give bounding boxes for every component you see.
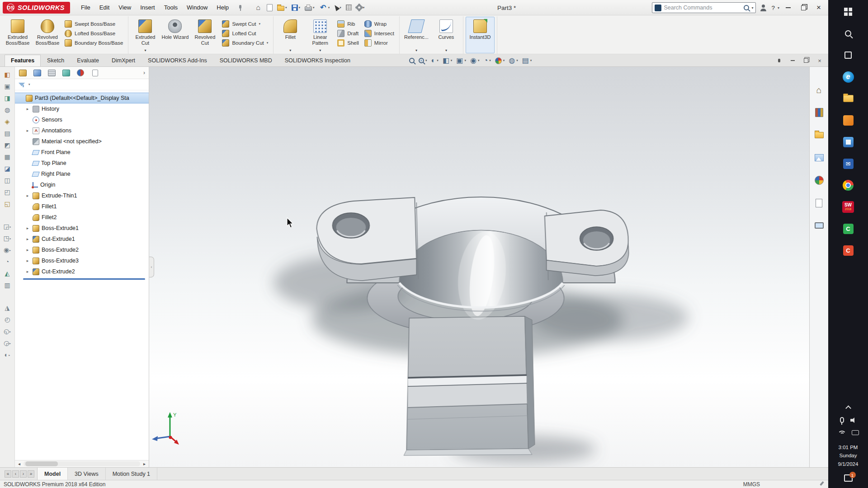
ribbon-instant3d[interactable]: Instant3D <box>466 17 495 53</box>
rollback-bar[interactable] <box>23 278 145 280</box>
left-tool-button-23[interactable]: ◐▸ <box>1 350 14 360</box>
tab-solidworks-mbd[interactable]: SOLIDWORKS MBD <box>213 55 278 66</box>
ribbon-lofted-boss-base[interactable]: Lofted Boss/Base <box>63 29 126 38</box>
tree-item-boss-extrude3[interactable]: ▸Boss-Extrude3 <box>15 255 149 266</box>
expand-arrow-icon[interactable]: ▸ <box>25 107 30 111</box>
left-tool-button-5[interactable]: ◈ <box>1 117 14 127</box>
taskpane-home-button[interactable]: ⌂ <box>812 84 826 96</box>
propertymanager-tab[interactable] <box>31 68 43 78</box>
left-tool-button-20[interactable]: ◴ <box>1 314 14 324</box>
ribbon-mirror[interactable]: Mirror <box>363 39 397 47</box>
configurationmanager-tab[interactable] <box>46 68 57 78</box>
left-tool-button-13[interactable]: ◲▸ <box>1 221 14 231</box>
left-tool-button-22[interactable]: ◶▸ <box>1 338 14 348</box>
doc-nav-button-1[interactable]: « <box>5 470 11 478</box>
ribbon-rib[interactable]: Rib <box>335 20 362 28</box>
ribbon-boundary-boss-base[interactable]: Boundary Boss/Base <box>63 39 126 47</box>
graphics-viewport[interactable]: Y Z X ‹ <box>149 67 809 467</box>
app-icon-red[interactable]: C <box>838 242 858 258</box>
ribbon-hole-wizard[interactable]: Hole Wizard <box>160 17 189 53</box>
tree-item-extrude-thin1[interactable]: ▸Extrude-Thin1 <box>15 190 149 201</box>
featuremanager-tab[interactable] <box>17 68 28 78</box>
dimxpertmanager-tab[interactable] <box>60 68 72 78</box>
edit-appearance-button[interactable]: ▾ <box>495 57 505 64</box>
panel-expand-icon[interactable]: › <box>142 70 147 76</box>
minimize-button[interactable] <box>781 2 795 13</box>
help-dropdown-icon[interactable]: ▾ <box>778 6 779 10</box>
model-3d[interactable]: Y Z X <box>149 67 809 467</box>
left-tool-button-21[interactable]: ◵▸ <box>1 326 14 336</box>
previous-view-button[interactable]: ◐▾ <box>431 57 439 64</box>
left-tool-button-14[interactable]: ◳▸ <box>1 233 14 243</box>
scrollbar-track[interactable] <box>24 461 140 466</box>
search-commands-box[interactable]: ▾ <box>652 2 756 13</box>
taskbar-search-button[interactable] <box>838 25 858 42</box>
ribbon-curves[interactable]: Curves▾ <box>432 17 461 53</box>
ribbon-referenc[interactable]: Referenc...▾ <box>402 17 431 53</box>
ribbon-extruded-cut[interactable]: Extruded Cut▾ <box>131 17 160 53</box>
left-tool-button-15[interactable]: ◉▸ <box>1 245 14 255</box>
network-icon[interactable] <box>837 430 845 436</box>
chrome-icon[interactable] <box>838 177 858 193</box>
restore-doc-icon[interactable] <box>802 56 810 65</box>
doc-nav-button-2[interactable]: ‹ <box>12 470 19 478</box>
tab-features[interactable]: Features <box>5 55 41 66</box>
ribbon-swept-boss-base[interactable]: Swept Boss/Base <box>63 20 126 28</box>
menu-insert[interactable]: Insert <box>136 1 160 14</box>
expand-arrow-icon[interactable]: ▸ <box>25 193 30 198</box>
units-selector[interactable]: MMGS <box>743 481 760 488</box>
tree-item-origin[interactable]: Origin <box>15 179 149 190</box>
solidworks-resources-button[interactable] <box>812 220 826 231</box>
display-style-button[interactable]: ◉▾ <box>470 57 479 64</box>
left-tool-button-4[interactable]: ◍ <box>1 105 14 115</box>
apply-scene-button[interactable]: ◍▾ <box>509 57 518 64</box>
menu-tools[interactable]: Tools <box>160 1 182 14</box>
start-button[interactable] <box>838 4 858 20</box>
left-tool-button-9[interactable]: ◪ <box>1 164 14 174</box>
expand-arrow-icon[interactable]: ▸ <box>25 128 30 133</box>
ribbon-extruded-boss-base[interactable]: Extruded Boss/Base <box>3 17 32 53</box>
left-tool-button-6[interactable]: ▤ <box>1 128 14 138</box>
speaker-icon[interactable] <box>850 417 857 423</box>
expand-arrow-icon[interactable]: ▸ <box>25 269 30 274</box>
photos-app-icon[interactable] <box>838 112 858 128</box>
menu-file[interactable]: File <box>76 1 95 14</box>
ribbon-revolved-boss-base[interactable]: Revolved Boss/Base <box>33 17 62 53</box>
menu-view[interactable]: View <box>114 1 136 14</box>
open-button[interactable]: ▾ <box>275 3 289 12</box>
zoom-fit-button[interactable] <box>409 58 415 63</box>
restore-button[interactable] <box>797 2 810 13</box>
expand-arrow-icon[interactable]: ▸ <box>25 226 30 230</box>
close-button[interactable]: × <box>812 2 826 13</box>
view-orientation-button[interactable]: ▣▾ <box>456 57 466 64</box>
cam-manager-tab[interactable] <box>89 68 101 78</box>
filter-dropdown-icon[interactable]: ▾ <box>28 83 30 86</box>
tree-item-annotations[interactable]: ▸Annotations <box>15 125 149 136</box>
tree-item-top-plane[interactable]: Top Plane <box>15 158 149 169</box>
tree-item-boss-extrude1[interactable]: ▸Boss-Extrude1 <box>15 223 149 234</box>
ribbon-boundary-cut[interactable]: Boundary Cut▾ <box>220 39 271 47</box>
left-tool-button-16[interactable]: ◔ <box>1 257 14 267</box>
touch-keyboard-icon[interactable] <box>852 430 859 435</box>
doc-nav-button-3[interactable]: › <box>20 470 27 478</box>
microphone-icon[interactable] <box>840 417 844 423</box>
scroll-right-icon[interactable]: ▸ <box>142 461 147 466</box>
tree-item-right-plane[interactable]: Right Plane <box>15 169 149 179</box>
print-button[interactable]: ▾ <box>303 3 316 12</box>
left-tool-button-19[interactable]: ◮ <box>1 303 14 313</box>
select-button[interactable]: ▾ <box>332 3 343 12</box>
tree-item-front-plane[interactable]: Front Plane <box>15 147 149 158</box>
left-tool-button-11[interactable]: ◰ <box>1 187 14 197</box>
doc-tab-3d-views[interactable]: 3D Views <box>68 468 106 480</box>
search-icon[interactable] <box>744 5 749 10</box>
ribbon-intersect[interactable]: Intersect <box>363 29 397 38</box>
solidworks-app-icon[interactable]: SW2018 <box>838 199 858 215</box>
tree-root-part[interactable]: Part3 (Default<<Default>_Display Sta <box>15 93 149 103</box>
pin-ribbon-icon[interactable] <box>775 56 783 65</box>
expand-arrow-icon[interactable]: ▸ <box>25 248 30 252</box>
design-library-button[interactable] <box>812 107 826 118</box>
taskbar-clock[interactable]: 3:01 PM Sunday 9/1/2024 <box>838 443 859 468</box>
help-button[interactable]: ? <box>770 5 776 11</box>
ribbon-revolved-cut[interactable]: Revolved Cut <box>190 17 219 53</box>
new-document-button[interactable] <box>265 3 274 13</box>
